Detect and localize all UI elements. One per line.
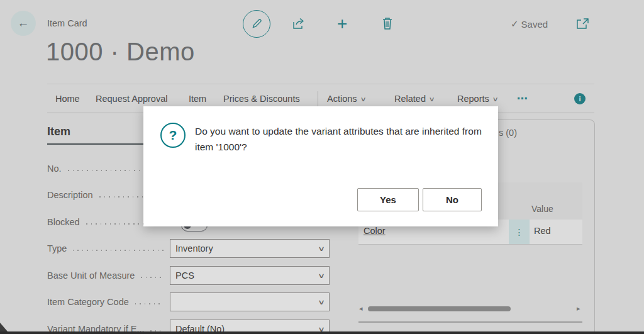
item-card-page: ← Item Card + ✓ Saved 1000 · Demo Home R… — [0, 0, 644, 334]
question-icon: ? — [160, 123, 186, 148]
no-button[interactable]: No — [423, 188, 482, 211]
question-glyph: ? — [169, 128, 177, 143]
confirm-dialog: ? Do you want to update the variant attr… — [143, 106, 498, 226]
yes-button[interactable]: Yes — [357, 188, 419, 211]
dialog-message: Do you want to update the variant attrib… — [195, 123, 492, 155]
